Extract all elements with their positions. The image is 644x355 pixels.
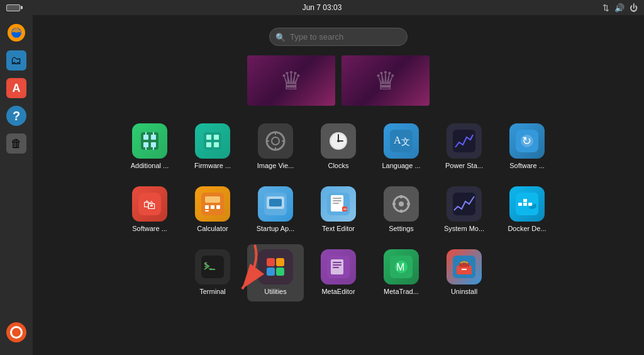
additional-drivers-label: Additional ... xyxy=(131,162,169,170)
imageviewer-icon xyxy=(258,123,293,159)
language-label: Language ... xyxy=(382,162,420,170)
sidebar-item-appcenter[interactable]: A xyxy=(4,76,29,101)
app-additional-drivers[interactable]: Additional ... xyxy=(121,118,178,175)
clocks-icon xyxy=(321,123,356,159)
app-uninstall[interactable]: Uninstall xyxy=(436,244,492,301)
svg-text:文: 文 xyxy=(401,137,410,147)
svg-rect-79 xyxy=(333,267,339,268)
thumbnail-2[interactable]: ♛ xyxy=(341,55,430,106)
sidebar: 🗂 A ? 🗑 xyxy=(0,15,33,355)
svg-rect-12 xyxy=(206,135,211,140)
search-input[interactable] xyxy=(269,28,408,46)
svg-rect-72 xyxy=(276,258,284,266)
software-icon: 🛍 xyxy=(132,186,167,222)
systemmon-icon xyxy=(447,186,482,222)
powerstat-icon xyxy=(447,123,482,159)
firmware-icon xyxy=(195,123,230,159)
language-icon: A 文 xyxy=(384,123,419,159)
metaeditor-icon xyxy=(321,249,356,285)
app-calculator[interactable]: Calculator xyxy=(184,181,241,238)
svg-text:↻: ↻ xyxy=(522,135,531,147)
app-language[interactable]: A 文 Language ... xyxy=(373,118,430,175)
app-docker[interactable]: Docker De... xyxy=(499,181,555,238)
sidebar-item-help[interactable]: ? xyxy=(4,103,29,128)
thumbnail-1[interactable]: ♛ xyxy=(247,55,335,106)
topbar-left xyxy=(6,4,20,11)
svg-rect-60 xyxy=(407,203,410,205)
svg-rect-6 xyxy=(151,142,156,147)
powerstat-label: Power Sta... xyxy=(445,162,483,170)
svg-rect-64 xyxy=(523,203,527,206)
uninstall-label: Uninstall xyxy=(451,288,477,296)
softwareupd-icon: ↻ xyxy=(509,123,545,159)
app-softwareupd[interactable]: ↻ Software ... xyxy=(499,118,555,175)
svg-rect-4 xyxy=(151,135,156,140)
svg-rect-38 xyxy=(201,193,224,215)
sidebar-item-files[interactable]: 🗂 xyxy=(4,48,29,73)
app-clocks[interactable]: Clocks xyxy=(310,118,367,175)
svg-rect-50 xyxy=(333,200,341,201)
terminal-label: Terminal xyxy=(199,288,226,296)
utilities-label: Utilities xyxy=(264,288,286,296)
app-metaeditor[interactable]: MetaEditor xyxy=(310,244,367,301)
svg-rect-49 xyxy=(333,198,341,199)
svg-rect-71 xyxy=(267,258,275,266)
calculator-label: Calculator xyxy=(197,225,228,233)
topbar-right[interactable]: ⇅ 🔊 ⏻ xyxy=(602,3,638,13)
topbar-datetime: Jun 7 03:03 xyxy=(303,3,342,12)
main-content: 🔍 ♛ ♛ xyxy=(33,15,644,355)
svg-rect-40 xyxy=(205,205,209,209)
sound-icon[interactable]: 🔊 xyxy=(614,3,625,13)
svg-rect-42 xyxy=(216,205,220,209)
texteditor-label: Text Editor xyxy=(322,225,355,233)
svg-rect-39 xyxy=(205,196,220,203)
sidebar-item-firefox[interactable] xyxy=(4,20,29,45)
app-software[interactable]: 🛍 Software ... xyxy=(121,181,178,238)
svg-rect-63 xyxy=(518,203,522,206)
svg-rect-2 xyxy=(141,132,158,150)
svg-rect-14 xyxy=(206,142,211,147)
app-imageviewer[interactable]: Image Vie... xyxy=(247,118,304,175)
search-container[interactable]: 🔍 xyxy=(269,28,408,46)
app-systemmon[interactable]: System Mo... xyxy=(436,181,492,238)
power-icon[interactable]: ⏻ xyxy=(630,3,638,13)
sidebar-item-ubuntu[interactable] xyxy=(4,320,29,345)
texteditor-icon: ✏ xyxy=(321,186,356,222)
network-icon[interactable]: ⇅ xyxy=(602,3,609,13)
svg-rect-78 xyxy=(333,264,341,266)
app-powerstat[interactable]: Power Sta... xyxy=(436,118,492,175)
app-terminal[interactable]: $_ Terminal xyxy=(184,244,241,301)
uninstall-icon xyxy=(447,249,482,285)
calculator-icon xyxy=(195,186,230,222)
metatrader-icon: M xyxy=(384,249,419,285)
svg-rect-13 xyxy=(214,135,219,140)
docker-label: Docker De... xyxy=(508,225,546,233)
svg-text:M: M xyxy=(396,262,404,273)
app-grid: Additional ... Firmware ... xyxy=(87,106,590,314)
startup-label: Startup Ap... xyxy=(257,225,295,233)
utilities-icon xyxy=(258,249,293,285)
app-firmware[interactable]: Firmware ... xyxy=(184,118,241,175)
svg-rect-65 xyxy=(528,203,532,206)
svg-text:✏: ✏ xyxy=(343,207,347,211)
docker-icon xyxy=(509,186,545,222)
sidebar-item-trash[interactable]: 🗑 xyxy=(4,131,29,156)
app-utilities[interactable]: Utilities xyxy=(247,244,304,301)
app-startup[interactable]: Startup Ap... xyxy=(247,181,304,238)
battery-icon xyxy=(6,4,20,11)
app-settings[interactable]: Settings xyxy=(373,181,430,238)
svg-rect-85 xyxy=(459,263,469,267)
startup-icon xyxy=(258,186,293,222)
svg-rect-5 xyxy=(143,142,148,147)
metatrader-label: MetaTrad... xyxy=(384,288,419,296)
svg-rect-11 xyxy=(204,132,221,150)
app-texteditor[interactable]: ✏ Text Editor xyxy=(310,181,367,238)
app-metatrader[interactable]: M MetaTrad... xyxy=(373,244,430,301)
thumbnail-row: ♛ ♛ xyxy=(247,55,430,106)
terminal-icon: $_ xyxy=(195,249,230,285)
svg-rect-46 xyxy=(269,199,282,206)
search-icon: 🔍 xyxy=(275,32,286,42)
crown-icon-2: ♛ xyxy=(374,66,397,95)
svg-rect-3 xyxy=(143,135,148,140)
svg-text:A: A xyxy=(394,135,401,145)
